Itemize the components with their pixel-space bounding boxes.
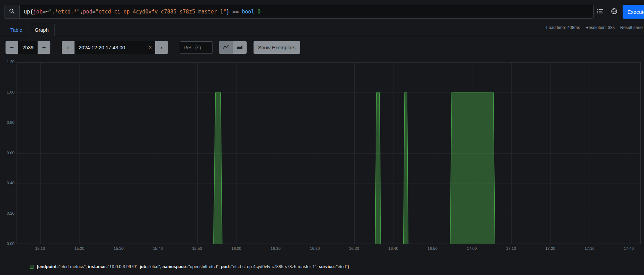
duration-input[interactable] xyxy=(18,41,38,54)
x-tick-label: 15:20 xyxy=(75,246,85,251)
x-tick-label: 16:50 xyxy=(428,246,438,251)
close-icon: × xyxy=(149,45,152,50)
query-editor[interactable]: up{job=~".*etcd.*",pod="etcd-ci-op-4cyd0… xyxy=(4,5,594,19)
series-label-text: {endpoint="etcd-metrics", instance="10.0… xyxy=(37,264,349,269)
x-tick-label: 16:00 xyxy=(231,246,241,251)
y-tick-label: 1.00 xyxy=(4,90,14,94)
time-forward-button[interactable]: › xyxy=(155,41,168,54)
line-chart-icon xyxy=(223,45,229,50)
stacked-chart-toggle-button[interactable] xyxy=(233,41,247,54)
tab-bar: Table Graph Load time: 408ms Resolution:… xyxy=(0,23,644,36)
y-tick-label: 0.80 xyxy=(4,120,14,125)
query-search-button[interactable] xyxy=(4,5,20,18)
x-tick-label: 15:40 xyxy=(153,246,163,251)
query-row: up{job=~".*etcd.*",pod="etcd-ci-op-4cyd0… xyxy=(4,5,644,19)
tab-graph[interactable]: Graph xyxy=(29,24,55,36)
query-input[interactable]: up{job=~".*etcd.*",pod="etcd-ci-op-4cyd0… xyxy=(20,5,593,18)
stacked-chart-icon xyxy=(237,45,243,50)
x-tick-label: 17:20 xyxy=(545,246,555,251)
increase-duration-button[interactable]: + xyxy=(38,41,50,54)
y-tick-label: 0.60 xyxy=(4,151,14,155)
datetime-group: ‹ × › xyxy=(62,41,168,54)
time-back-button[interactable]: ‹ xyxy=(62,41,75,54)
execute-button[interactable]: Execute xyxy=(623,5,644,19)
graph-plot[interactable] xyxy=(17,62,641,244)
resolution-input[interactable] xyxy=(180,41,213,54)
chevron-left-icon: ‹ xyxy=(67,44,69,51)
y-tick-label: 0.40 xyxy=(4,181,14,185)
y-tick-label: 1.20 xyxy=(4,60,14,64)
globe-icon xyxy=(611,8,617,16)
datetime-box: × xyxy=(75,41,155,54)
search-icon xyxy=(9,8,15,15)
result-series-text: Result serie xyxy=(620,25,643,30)
y-tick-label: 0.00 xyxy=(4,242,14,246)
x-tick-label: 17:00 xyxy=(467,246,477,251)
x-tick-label: 15:50 xyxy=(192,246,202,251)
plus-icon: + xyxy=(42,44,46,51)
show-exemplars-button[interactable]: Show Exemplars xyxy=(254,41,300,54)
load-time-text: Load time: 408ms xyxy=(546,25,580,30)
graph-controls: − + ‹ × › Show Exemplars xyxy=(6,41,640,54)
resolution-text: Resolution: 38s xyxy=(585,25,615,30)
metrics-explorer-button[interactable] xyxy=(607,5,621,19)
minus-icon: − xyxy=(10,44,14,51)
x-tick-label: 17:40 xyxy=(624,246,634,251)
x-tick-label: 16:20 xyxy=(310,246,320,251)
query-options-button[interactable] xyxy=(594,5,607,19)
x-tick-label: 15:30 xyxy=(113,246,123,251)
line-chart-toggle-button[interactable] xyxy=(219,41,233,54)
duration-group: − + xyxy=(6,41,50,54)
y-tick-label: 0.20 xyxy=(4,211,14,215)
query-stats: Load time: 408ms Resolution: 38s Result … xyxy=(546,25,643,30)
chart-type-toggle xyxy=(219,41,247,54)
x-tick-label: 16:40 xyxy=(388,246,398,251)
x-tick-label: 16:10 xyxy=(271,246,281,251)
x-tick-label: 16:30 xyxy=(349,246,359,251)
x-tick-label: 15:10 xyxy=(35,246,45,251)
datetime-input[interactable] xyxy=(75,41,145,54)
series-line xyxy=(184,93,641,244)
graph-area: 0.000.200.400.600.801.001.2015:1015:2015… xyxy=(4,62,641,254)
x-tick-label: 17:30 xyxy=(585,246,595,251)
x-tick-label: 17:10 xyxy=(506,246,516,251)
legend-item[interactable]: {endpoint="etcd-metrics", instance="10.0… xyxy=(30,264,644,269)
decrease-duration-button[interactable]: − xyxy=(6,41,18,54)
chevron-right-icon: › xyxy=(160,44,162,51)
series-color-swatch xyxy=(30,265,33,269)
clear-datetime-button[interactable]: × xyxy=(145,45,155,51)
format-query-icon xyxy=(597,9,604,15)
tab-table[interactable]: Table xyxy=(4,24,29,36)
series-area xyxy=(184,93,641,244)
